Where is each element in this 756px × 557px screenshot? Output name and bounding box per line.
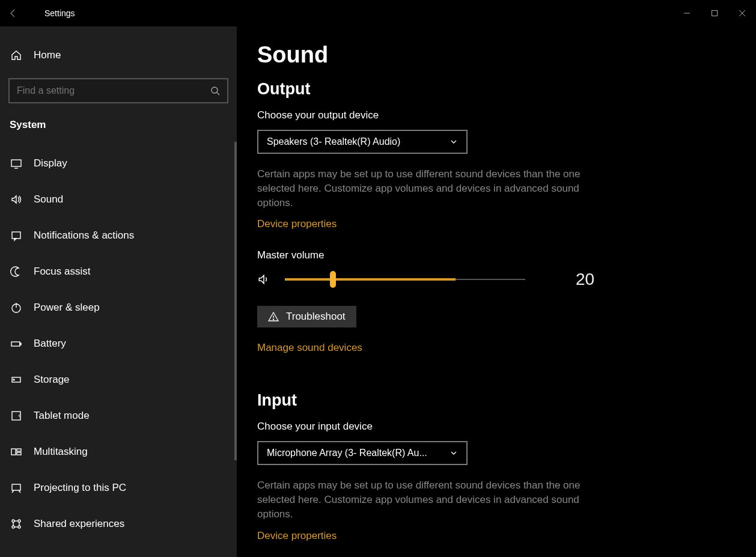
troubleshoot-label: Troubleshoot xyxy=(286,311,346,323)
main-panel: Sound Output Choose your output device S… xyxy=(237,26,756,557)
svg-rect-12 xyxy=(20,343,21,345)
sidebar-item-multitasking[interactable]: Multitasking xyxy=(0,434,237,470)
maximize-button[interactable] xyxy=(701,0,728,26)
output-choose-label: Choose your output device xyxy=(257,109,732,121)
svg-point-22 xyxy=(12,526,14,528)
svg-rect-11 xyxy=(11,342,20,346)
svg-point-29 xyxy=(273,319,273,320)
window-title: Settings xyxy=(44,8,75,18)
search-icon xyxy=(210,86,220,96)
back-button[interactable] xyxy=(0,0,26,26)
sidebar-item-label: Battery xyxy=(34,338,66,350)
slider-thumb[interactable] xyxy=(330,271,336,288)
sidebar-item-label: Tablet mode xyxy=(34,410,90,422)
svg-point-21 xyxy=(18,520,20,522)
maximize-icon xyxy=(711,10,718,17)
sidebar-item-shared[interactable]: Shared experiences xyxy=(0,506,237,542)
master-volume-value: 20 xyxy=(576,270,594,289)
svg-rect-1 xyxy=(712,11,718,16)
tablet-icon xyxy=(10,410,23,422)
output-helper-text: Certain apps may be set up to use differ… xyxy=(257,167,594,210)
sidebar-item-label: Projecting to this PC xyxy=(34,482,126,494)
output-device-value: Speakers (3- Realtek(R) Audio) xyxy=(267,136,400,147)
svg-line-5 xyxy=(217,93,219,95)
minimize-icon xyxy=(683,10,690,17)
input-heading: Input xyxy=(257,391,732,410)
svg-rect-8 xyxy=(12,232,20,239)
sidebar-item-label: Storage xyxy=(34,374,70,386)
master-volume-label: Master volume xyxy=(257,249,732,261)
multitasking-icon xyxy=(10,446,23,458)
svg-rect-16 xyxy=(11,449,16,455)
svg-point-23 xyxy=(18,526,20,528)
svg-rect-17 xyxy=(17,449,21,451)
focus-assist-icon xyxy=(10,266,23,278)
svg-rect-6 xyxy=(11,160,21,166)
sidebar-nav: Display Sound Notifications & actions Fo… xyxy=(0,142,237,542)
display-icon xyxy=(10,157,23,169)
sidebar-item-label: Focus assist xyxy=(34,266,90,278)
sidebar-item-label: Display xyxy=(34,157,67,169)
svg-point-14 xyxy=(13,379,14,380)
output-device-properties-link[interactable]: Device properties xyxy=(257,218,337,230)
sidebar-item-tablet[interactable]: Tablet mode xyxy=(0,398,237,434)
sidebar-item-display[interactable]: Display xyxy=(0,145,237,181)
sidebar-item-label: Sound xyxy=(34,193,63,205)
chevron-down-icon xyxy=(450,138,458,146)
sidebar-item-label: Shared experiences xyxy=(34,518,124,530)
sidebar: Home System Display Sound xyxy=(0,26,237,557)
sidebar-item-label: Multitasking xyxy=(34,446,88,458)
battery-icon xyxy=(10,338,23,350)
sidebar-home-label: Home xyxy=(34,49,61,61)
troubleshoot-button[interactable]: Troubleshoot xyxy=(257,306,356,327)
sidebar-home[interactable]: Home xyxy=(0,38,237,72)
svg-rect-18 xyxy=(17,452,21,455)
minimize-button[interactable] xyxy=(673,0,701,26)
input-device-properties-link[interactable]: Device properties xyxy=(257,530,337,542)
titlebar: Settings xyxy=(0,0,756,26)
sound-icon xyxy=(10,193,23,205)
power-icon xyxy=(10,302,23,314)
home-icon xyxy=(10,49,23,61)
sidebar-item-storage[interactable]: Storage xyxy=(0,362,237,398)
arrow-left-icon xyxy=(8,8,18,18)
notifications-icon xyxy=(10,230,23,242)
warning-icon xyxy=(268,311,279,322)
close-icon xyxy=(739,10,746,17)
page-title: Sound xyxy=(257,42,732,68)
close-button[interactable] xyxy=(728,0,756,26)
input-choose-label: Choose your input device xyxy=(257,421,732,433)
input-device-select[interactable]: Microphone Array (3- Realtek(R) Au... xyxy=(257,441,468,465)
output-heading: Output xyxy=(257,80,732,99)
sidebar-category-header: System xyxy=(0,114,237,142)
search-input[interactable] xyxy=(8,78,228,103)
sidebar-item-label: Notifications & actions xyxy=(34,230,134,242)
input-device-value: Microphone Array (3- Realtek(R) Au... xyxy=(267,448,427,458)
sidebar-item-sound[interactable]: Sound xyxy=(0,181,237,218)
input-helper-text: Certain apps may be set up to use differ… xyxy=(257,478,594,521)
slider-fill xyxy=(285,278,456,281)
sidebar-scrollbar[interactable] xyxy=(234,142,237,460)
storage-icon xyxy=(10,374,23,386)
svg-rect-19 xyxy=(12,484,20,490)
speaker-icon[interactable] xyxy=(257,273,270,286)
sidebar-item-notifications[interactable]: Notifications & actions xyxy=(0,218,237,254)
projecting-icon xyxy=(10,482,23,494)
svg-point-4 xyxy=(212,87,218,93)
output-device-select[interactable]: Speakers (3- Realtek(R) Audio) xyxy=(257,130,468,154)
shared-icon xyxy=(10,518,23,530)
sidebar-item-projecting[interactable]: Projecting to this PC xyxy=(0,470,237,506)
sidebar-item-label: Power & sleep xyxy=(34,302,100,314)
sidebar-item-battery[interactable]: Battery xyxy=(0,326,237,362)
manage-sound-devices-link[interactable]: Manage sound devices xyxy=(257,342,362,354)
svg-point-20 xyxy=(12,520,14,522)
sidebar-item-focus-assist[interactable]: Focus assist xyxy=(0,254,237,290)
chevron-down-icon xyxy=(450,449,458,457)
master-volume-slider[interactable] xyxy=(285,273,525,285)
svg-rect-15 xyxy=(12,412,20,420)
search-field[interactable] xyxy=(17,85,210,96)
sidebar-item-power[interactable]: Power & sleep xyxy=(0,290,237,326)
